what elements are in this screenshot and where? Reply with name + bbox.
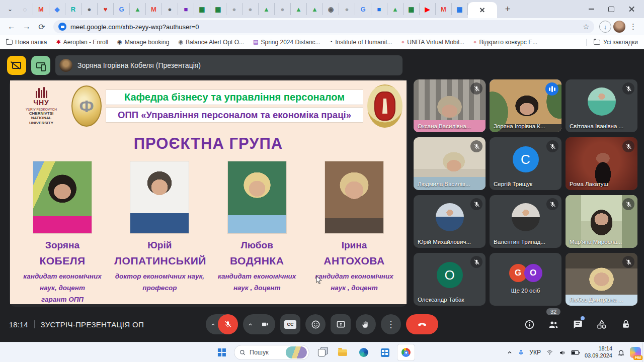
minimize-button[interactable] [588, 6, 595, 13]
companion-mode-button[interactable] [31, 56, 50, 75]
google-icon[interactable]: G [355, 3, 371, 15]
bookmark-item[interactable]: ✱ Aeroplan - Enroll [56, 39, 108, 46]
drive-icon[interactable]: ▲ [259, 3, 275, 15]
gmail-icon[interactable]: M [33, 3, 49, 15]
youtube-icon[interactable]: ▶ [420, 3, 436, 15]
profile-avatar[interactable] [613, 21, 625, 33]
bookmark-folder[interactable]: Нова папка [6, 39, 47, 46]
show-desktop-button[interactable] [642, 342, 644, 362]
forward-icon[interactable]: → [20, 20, 33, 33]
camera-button[interactable] [255, 314, 275, 334]
tray-clock[interactable]: 18:14 03.09.2024 [585, 345, 612, 359]
participant-tile[interactable]: Світлана Іванівна ... [566, 79, 637, 132]
tray-chevron-icon[interactable] [507, 349, 513, 355]
gmail-icon[interactable]: M [146, 3, 162, 15]
heart-app-icon[interactable]: ♥ [98, 3, 114, 15]
overflow-tile[interactable]: G O Ще 20 осіб [490, 253, 561, 306]
drive-icon[interactable]: ▲ [130, 3, 146, 15]
people-button[interactable]: 32 [542, 314, 565, 334]
jamboard-button[interactable] [7, 56, 26, 75]
mic-control[interactable] [206, 314, 238, 334]
mic-options-chevron-icon[interactable] [208, 322, 218, 327]
site-icon[interactable]: ● [243, 3, 259, 15]
calendar-icon[interactable]: ▦ [452, 3, 468, 15]
site-icon[interactable]: ● [275, 3, 291, 15]
active-tab[interactable] [468, 2, 497, 18]
activities-button[interactable] [591, 314, 613, 334]
chrome-page-icon[interactable]: ◉ [323, 3, 339, 15]
bookmark-item[interactable]: ● Відкрито конкурс Е... [473, 39, 537, 46]
participant-tile[interactable]: Любов Дмитрівна ... [566, 253, 637, 306]
bookmark-star-icon[interactable]: ☆ [583, 23, 589, 31]
meeting-details-button[interactable] [518, 314, 540, 334]
participant-tile[interactable]: Юрій Михайлович... [414, 195, 486, 248]
participant-tile[interactable]: Оксана Василівна... [414, 79, 486, 132]
globe-site-icon[interactable]: ● [82, 3, 98, 15]
browser-menu-icon[interactable]: ⋮ [627, 22, 639, 31]
camera-control[interactable] [243, 314, 275, 334]
tab-close-icon[interactable] [478, 6, 487, 15]
diamond-app-icon[interactable]: ◆ [49, 3, 65, 15]
bookmark-item[interactable]: ◔ Institute of Humanit... [330, 39, 392, 46]
participant-tile[interactable]: Валентин Трипад... [490, 195, 561, 248]
raise-hand-button[interactable] [356, 314, 376, 334]
participant-tile[interactable]: C Сергій Трищук [490, 137, 561, 190]
globe-site-icon[interactable]: ● [162, 3, 178, 15]
researchgate-icon[interactable]: R [65, 3, 82, 15]
forms-icon[interactable]: ■ [178, 3, 194, 15]
host-controls-button[interactable] [615, 314, 637, 334]
site-icon[interactable]: ● [339, 3, 355, 15]
participant-tile[interactable]: Мар'яна Миросла... [566, 195, 637, 248]
bookmark-item[interactable]: ▤ Spring 2024 Distanc... [253, 39, 320, 46]
tray-mic-icon[interactable] [518, 349, 524, 356]
notifications-bell-icon[interactable] [617, 349, 625, 356]
gmail-icon[interactable]: M [436, 3, 452, 15]
task-view-button[interactable] [312, 344, 331, 361]
drive-icon[interactable]: ▲ [291, 3, 307, 15]
start-button[interactable] [213, 344, 231, 361]
sheets-icon[interactable]: ▦ [404, 3, 420, 15]
close-button[interactable] [628, 6, 635, 13]
new-tab-button[interactable]: + [501, 3, 514, 16]
sheets-icon[interactable]: ▦ [194, 3, 210, 15]
wifi-icon[interactable] [546, 349, 553, 355]
drive-icon[interactable]: ▲ [307, 3, 323, 15]
drive-icon[interactable]: ▲ [387, 3, 404, 15]
participant-tile[interactable]: O Олександр Табак [414, 253, 486, 306]
reload-icon[interactable]: ⟳ [35, 20, 48, 33]
captions-button[interactable]: CC [280, 314, 300, 334]
participant-tile-speaking[interactable]: Зоряна Ігорівна К... [490, 79, 561, 132]
battery-icon[interactable] [571, 350, 580, 355]
participant-tile[interactable]: Людмила Василів... [414, 137, 486, 190]
presenter-pill[interactable]: Зоряна Ігорівна Кобеля (Презентація) [55, 55, 403, 75]
participant-tile[interactable]: Рома Лакатуш [566, 137, 637, 190]
more-options-button[interactable]: ⋮ [381, 314, 401, 334]
site-icon[interactable]: ● [226, 3, 243, 15]
copilot-icon[interactable]: PRE [630, 347, 641, 358]
camera-options-chevron-icon[interactable] [245, 322, 255, 327]
file-explorer-button[interactable] [334, 344, 352, 361]
bookmark-item[interactable]: ◉ Balance Alert Opt O... [178, 39, 244, 46]
address-bar[interactable]: meet.google.com/xhb-zeyy-wxp?authuser=0 … [53, 20, 594, 33]
bookmark-item[interactable]: ● UNITA Virtual Mobil... [401, 39, 464, 46]
store-button[interactable] [376, 344, 394, 361]
taskbar-search[interactable]: Пошук [234, 345, 309, 360]
volume-icon[interactable] [558, 349, 566, 356]
docs-icon[interactable]: ■ [371, 3, 387, 15]
google-icon[interactable]: G [114, 3, 130, 15]
language-indicator[interactable]: УКР [529, 349, 541, 356]
reactions-button[interactable] [305, 314, 326, 334]
chat-button[interactable] [567, 314, 589, 334]
downloads-icon[interactable]: ↓ [599, 21, 611, 33]
mic-mute-button[interactable] [218, 314, 238, 334]
spinner-icon[interactable]: ◌ [17, 3, 33, 15]
tab-search-chevron-icon[interactable]: ⌄ [3, 2, 17, 16]
sheets-icon[interactable]: ▦ [210, 3, 226, 15]
shared-screen-tile[interactable]: ЧНУ YURIY FEDKOVYCH CHERNIVTSI NATIONAL … [9, 79, 408, 307]
edge-button[interactable] [355, 344, 373, 361]
url-text[interactable]: meet.google.com/xhb-zeyy-wxp?authuser=0 [70, 23, 579, 31]
chrome-button[interactable] [397, 344, 415, 361]
present-button[interactable] [331, 314, 351, 334]
maximize-button[interactable] [608, 6, 615, 13]
bookmark-item[interactable]: ◉ Manage booking [117, 39, 169, 46]
